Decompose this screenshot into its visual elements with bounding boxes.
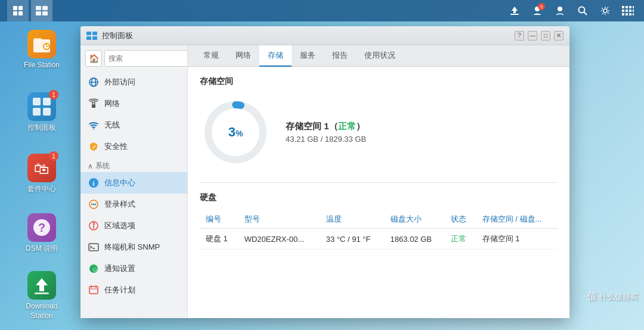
svg-rect-7 xyxy=(42,11,48,15)
svg-marker-9 xyxy=(512,7,518,13)
sidebar-item-external-access[interactable]: 外部访问 xyxy=(80,71,187,93)
info-center-icon: i xyxy=(88,177,100,189)
tab-service[interactable]: 服务 xyxy=(292,45,324,67)
svg-text:🛍: 🛍 xyxy=(34,160,49,178)
sidebar-item-region[interactable]: 区域选项 xyxy=(80,215,187,236)
window-body: 🏠 外部访问 xyxy=(80,45,569,318)
topbar: 5 xyxy=(0,0,644,21)
disk-table: 编号 型号 温度 磁盘大小 状态 存储空间 / 磁盘... 硬盘 1 WD20E… xyxy=(200,210,558,250)
svg-rect-2 xyxy=(13,11,17,15)
external-access-icon xyxy=(88,76,100,88)
task-scheduler-label: 任务计划 xyxy=(104,285,135,295)
sidebar-item-security[interactable]: ✓ 安全性 xyxy=(80,136,187,157)
login-style-label: 登录样式 xyxy=(104,199,135,210)
terminal-snmp-label: 终端机和 SNMP xyxy=(104,242,160,253)
search-icon[interactable] xyxy=(574,2,592,20)
svg-rect-28 xyxy=(33,38,42,41)
svg-rect-17 xyxy=(629,6,631,8)
disk-size: 1863.02 GB xyxy=(385,229,445,250)
svg-rect-45 xyxy=(92,36,97,40)
svg-point-51 xyxy=(93,129,94,130)
main-content: 常规 网络 存储 服务 报告 使用状况 存储空间 xyxy=(188,45,569,318)
svg-rect-44 xyxy=(86,36,91,40)
file-station-label: File Station xyxy=(24,61,60,70)
tab-usage[interactable]: 使用状况 xyxy=(356,45,404,67)
sidebar-item-info-center[interactable]: i 信息中心 xyxy=(80,172,187,194)
notification-icon[interactable]: 5 xyxy=(528,2,546,20)
window-close-button[interactable]: ✕ xyxy=(554,31,564,41)
tab-report[interactable]: 报告 xyxy=(324,45,356,67)
svg-rect-35 xyxy=(33,108,41,116)
window-minimize-button[interactable]: — xyxy=(528,31,537,41)
sidebar-item-task-scheduler[interactable]: 任务计划 xyxy=(80,279,187,301)
sidebar-home-button[interactable]: 🏠 xyxy=(85,50,102,67)
desktop-icon-dsm-help[interactable]: ? DSM 说明 xyxy=(18,213,66,254)
svg-point-58 xyxy=(95,204,97,206)
desktop-icon-control-panel[interactable]: 1 控制面板 xyxy=(18,92,66,133)
grid-menu-icon[interactable] xyxy=(619,2,637,20)
sidebar-section-system: ∧ 系统 xyxy=(80,157,187,172)
storage-overview: 3% 存储空间 1（正常） 43.21 GB / 1829.33 GB xyxy=(200,96,558,168)
security-icon: ✓ xyxy=(88,141,100,152)
svg-rect-23 xyxy=(622,13,624,15)
topbar-left xyxy=(7,0,52,21)
apps-grid-button[interactable] xyxy=(7,0,29,21)
package-center-badge: 1 xyxy=(49,151,58,161)
svg-rect-1 xyxy=(18,6,23,10)
tab-general[interactable]: 常规 xyxy=(195,45,227,67)
svg-rect-4 xyxy=(36,6,41,10)
sidebar: 🏠 外部访问 xyxy=(80,45,188,318)
svg-rect-8 xyxy=(510,14,519,15)
network-icon xyxy=(88,98,100,110)
settings-icon[interactable] xyxy=(596,2,614,20)
storage-content: 存储空间 3% xyxy=(188,67,569,318)
sidebar-item-wireless[interactable]: 无线 xyxy=(80,114,187,136)
tab-storage[interactable]: 存储 xyxy=(259,45,292,67)
svg-text:?: ? xyxy=(38,221,45,234)
svg-rect-22 xyxy=(633,10,634,12)
storage-pool-status: 正常 xyxy=(338,121,356,131)
svg-point-14 xyxy=(603,9,607,13)
desktop-icon-package-center[interactable]: 🛍 1 套件中心 xyxy=(18,154,66,194)
disk-status: 正常 xyxy=(445,229,476,250)
desktop-icon-file-station[interactable]: File Station xyxy=(18,30,66,70)
table-header-status: 状态 xyxy=(445,210,476,229)
tab-network[interactable]: 网络 xyxy=(227,45,259,67)
svg-rect-21 xyxy=(629,10,631,12)
sidebar-item-network[interactable]: 网络 xyxy=(80,93,187,114)
sidebar-search-area: 🏠 xyxy=(80,45,187,71)
system-section-collapse-icon[interactable]: ∧ xyxy=(88,162,93,170)
svg-rect-26 xyxy=(633,13,634,15)
window-maximize-button[interactable]: □ xyxy=(541,31,550,41)
user-icon[interactable] xyxy=(551,2,569,20)
tab-bar: 常规 网络 存储 服务 报告 使用状况 xyxy=(188,45,569,67)
window-help-button[interactable]: ? xyxy=(515,31,524,41)
sidebar-item-terminal-snmp[interactable]: 终端机和 SNMP xyxy=(80,236,187,258)
upload-icon[interactable] xyxy=(506,2,524,20)
svg-rect-15 xyxy=(622,6,624,8)
desktop-icon-download-station[interactable]: Download Station xyxy=(18,271,66,320)
svg-text:i: i xyxy=(93,180,95,187)
svg-line-13 xyxy=(584,13,587,15)
external-access-label: 外部访问 xyxy=(104,77,135,88)
table-header-pool: 存储空间 / 磁盘... xyxy=(476,210,558,229)
svg-text:✓: ✓ xyxy=(92,144,97,150)
sidebar-item-notification[interactable]: ☺ 通知设置 xyxy=(80,258,187,279)
sidebar-item-login-style[interactable]: 登录样式 xyxy=(80,194,187,215)
download-station-label: Download Station xyxy=(18,302,66,320)
wireless-label: 无线 xyxy=(104,120,120,130)
svg-rect-50 xyxy=(92,102,95,105)
notification-settings-icon: ☺ xyxy=(88,263,100,275)
sidebar-search-input[interactable] xyxy=(104,50,188,67)
control-panel-topbar-btn[interactable] xyxy=(31,0,52,21)
svg-rect-6 xyxy=(36,11,41,15)
svg-rect-62 xyxy=(89,244,98,251)
svg-rect-43 xyxy=(92,32,97,35)
svg-rect-66 xyxy=(89,287,98,294)
watermark: 值 什么值得买 xyxy=(587,291,638,303)
svg-rect-18 xyxy=(633,6,634,8)
table-header-temp: 温度 xyxy=(320,210,385,229)
svg-rect-5 xyxy=(42,6,48,10)
svg-rect-24 xyxy=(626,13,628,15)
storage-pool-size: 43.21 GB / 1829.33 GB xyxy=(286,135,366,144)
